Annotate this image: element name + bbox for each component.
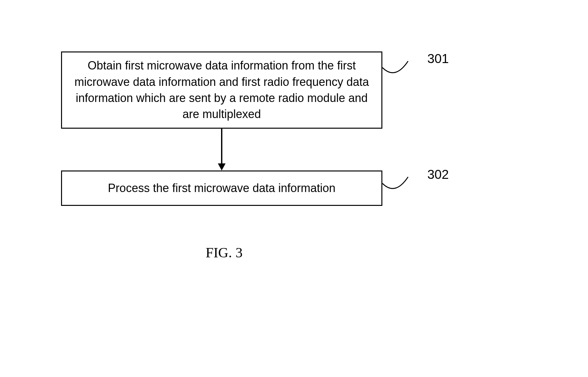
figure-caption: FIG. 3 (206, 244, 243, 261)
arrow-1-to-2 (221, 129, 222, 164)
arrow-1-to-2-head (218, 163, 226, 170)
connector-302 (382, 174, 421, 206)
flowchart-step-1: Obtain first microwave data information … (61, 51, 382, 129)
step-1-text: Obtain first microwave data information … (72, 58, 372, 123)
step-2-text: Process the first microwave data informa… (108, 180, 335, 196)
step-2-label: 302 (427, 167, 449, 182)
connector-301 (382, 58, 421, 90)
flowchart-step-2: Process the first microwave data informa… (61, 170, 382, 206)
step-1-label: 301 (427, 51, 449, 66)
